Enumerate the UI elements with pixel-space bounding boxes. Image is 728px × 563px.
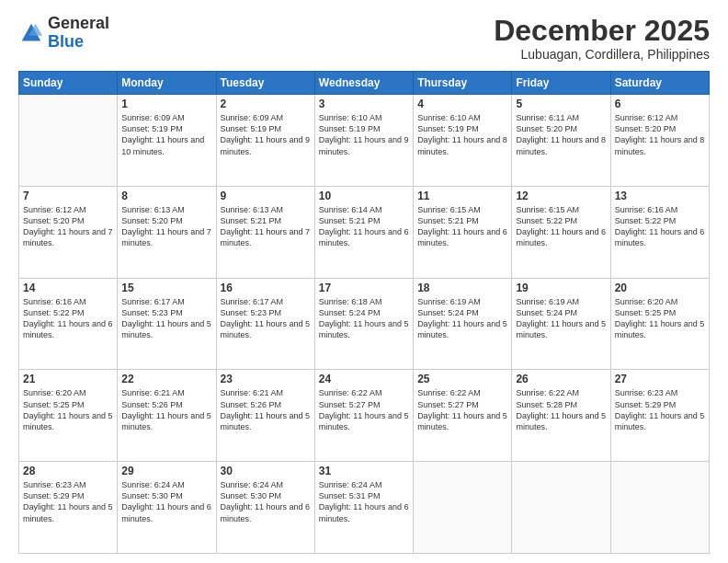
day-number: 15 bbox=[121, 282, 211, 294]
day-number: 5 bbox=[516, 98, 606, 110]
day-number: 20 bbox=[615, 282, 705, 294]
calendar-cell: 15Sunrise: 6:17 AMSunset: 5:23 PMDayligh… bbox=[118, 278, 216, 370]
day-header-sunday: Sunday bbox=[19, 72, 118, 95]
cell-info: Sunrise: 6:10 AMSunset: 5:19 PMDaylight:… bbox=[417, 112, 507, 157]
logo-icon bbox=[18, 20, 44, 46]
calendar-cell: 25Sunrise: 6:22 AMSunset: 5:27 PMDayligh… bbox=[414, 370, 512, 462]
cell-info: Sunrise: 6:20 AMSunset: 5:25 PMDaylight:… bbox=[23, 387, 113, 432]
calendar-cell bbox=[414, 462, 512, 554]
day-number: 26 bbox=[516, 373, 606, 385]
cell-info: Sunrise: 6:24 AMSunset: 5:30 PMDaylight:… bbox=[221, 479, 311, 524]
day-number: 14 bbox=[23, 282, 113, 294]
day-number: 31 bbox=[319, 465, 409, 477]
calendar-cell: 30Sunrise: 6:24 AMSunset: 5:30 PMDayligh… bbox=[216, 462, 314, 554]
cell-info: Sunrise: 6:12 AMSunset: 5:20 PMDaylight:… bbox=[615, 112, 705, 157]
day-number: 1 bbox=[121, 98, 211, 110]
cell-info: Sunrise: 6:15 AMSunset: 5:22 PMDaylight:… bbox=[516, 204, 606, 249]
day-number: 29 bbox=[121, 465, 211, 477]
calendar-cell: 8Sunrise: 6:13 AMSunset: 5:20 PMDaylight… bbox=[118, 186, 216, 278]
cell-info: Sunrise: 6:20 AMSunset: 5:25 PMDaylight:… bbox=[615, 296, 705, 341]
day-number: 9 bbox=[221, 190, 311, 202]
calendar-cell: 2Sunrise: 6:09 AMSunset: 5:19 PMDaylight… bbox=[216, 95, 314, 187]
cell-info: Sunrise: 6:13 AMSunset: 5:20 PMDaylight:… bbox=[121, 204, 211, 249]
calendar-cell: 6Sunrise: 6:12 AMSunset: 5:20 PMDaylight… bbox=[610, 95, 709, 187]
calendar-cell: 9Sunrise: 6:13 AMSunset: 5:21 PMDaylight… bbox=[216, 186, 314, 278]
calendar-cell: 20Sunrise: 6:20 AMSunset: 5:25 PMDayligh… bbox=[610, 278, 709, 370]
cell-info: Sunrise: 6:17 AMSunset: 5:23 PMDaylight:… bbox=[121, 296, 211, 341]
cell-info: Sunrise: 6:23 AMSunset: 5:29 PMDaylight:… bbox=[23, 479, 113, 524]
calendar-header-row: SundayMondayTuesdayWednesdayThursdayFrid… bbox=[19, 72, 710, 95]
day-number: 7 bbox=[23, 190, 113, 202]
cell-info: Sunrise: 6:10 AMSunset: 5:19 PMDaylight:… bbox=[319, 112, 409, 157]
day-number: 13 bbox=[615, 190, 705, 202]
cell-info: Sunrise: 6:15 AMSunset: 5:21 PMDaylight:… bbox=[417, 204, 507, 249]
cell-info: Sunrise: 6:19 AMSunset: 5:24 PMDaylight:… bbox=[516, 296, 606, 341]
cell-info: Sunrise: 6:12 AMSunset: 5:20 PMDaylight:… bbox=[23, 204, 113, 249]
calendar-cell: 11Sunrise: 6:15 AMSunset: 5:21 PMDayligh… bbox=[414, 186, 512, 278]
calendar-cell: 1Sunrise: 6:09 AMSunset: 5:19 PMDaylight… bbox=[118, 95, 216, 187]
calendar-cell: 17Sunrise: 6:18 AMSunset: 5:24 PMDayligh… bbox=[314, 278, 413, 370]
day-number: 12 bbox=[516, 190, 606, 202]
cell-info: Sunrise: 6:22 AMSunset: 5:28 PMDaylight:… bbox=[516, 387, 606, 432]
day-number: 28 bbox=[23, 465, 113, 477]
day-number: 30 bbox=[221, 465, 311, 477]
calendar-cell: 3Sunrise: 6:10 AMSunset: 5:19 PMDaylight… bbox=[314, 95, 413, 187]
cell-info: Sunrise: 6:21 AMSunset: 5:26 PMDaylight:… bbox=[121, 387, 211, 432]
calendar-cell: 18Sunrise: 6:19 AMSunset: 5:24 PMDayligh… bbox=[414, 278, 512, 370]
cell-info: Sunrise: 6:13 AMSunset: 5:21 PMDaylight:… bbox=[221, 204, 311, 249]
calendar-cell: 10Sunrise: 6:14 AMSunset: 5:21 PMDayligh… bbox=[314, 186, 413, 278]
calendar-cell: 21Sunrise: 6:20 AMSunset: 5:25 PMDayligh… bbox=[19, 370, 118, 462]
day-header-tuesday: Tuesday bbox=[216, 72, 314, 95]
day-number: 8 bbox=[121, 190, 211, 202]
calendar-cell: 26Sunrise: 6:22 AMSunset: 5:28 PMDayligh… bbox=[512, 370, 610, 462]
day-number: 16 bbox=[221, 282, 311, 294]
cell-info: Sunrise: 6:23 AMSunset: 5:29 PMDaylight:… bbox=[615, 387, 705, 432]
calendar-cell: 13Sunrise: 6:16 AMSunset: 5:22 PMDayligh… bbox=[610, 186, 709, 278]
day-header-thursday: Thursday bbox=[414, 72, 512, 95]
calendar-table: SundayMondayTuesdayWednesdayThursdayFrid… bbox=[18, 71, 710, 554]
title-area: December 2025 Lubuagan, Cordillera, Phil… bbox=[494, 15, 710, 62]
day-number: 25 bbox=[417, 373, 507, 385]
calendar-cell: 19Sunrise: 6:19 AMSunset: 5:24 PMDayligh… bbox=[512, 278, 610, 370]
cell-info: Sunrise: 6:24 AMSunset: 5:31 PMDaylight:… bbox=[319, 479, 409, 524]
cell-info: Sunrise: 6:16 AMSunset: 5:22 PMDaylight:… bbox=[23, 296, 113, 341]
calendar-week-row: 28Sunrise: 6:23 AMSunset: 5:29 PMDayligh… bbox=[19, 462, 710, 554]
calendar-cell: 7Sunrise: 6:12 AMSunset: 5:20 PMDaylight… bbox=[19, 186, 118, 278]
day-number: 22 bbox=[121, 373, 211, 385]
day-header-wednesday: Wednesday bbox=[314, 72, 413, 95]
cell-info: Sunrise: 6:14 AMSunset: 5:21 PMDaylight:… bbox=[319, 204, 409, 249]
calendar-cell: 29Sunrise: 6:24 AMSunset: 5:30 PMDayligh… bbox=[118, 462, 216, 554]
cell-info: Sunrise: 6:11 AMSunset: 5:20 PMDaylight:… bbox=[516, 112, 606, 157]
calendar-cell: 24Sunrise: 6:22 AMSunset: 5:27 PMDayligh… bbox=[314, 370, 413, 462]
calendar-cell bbox=[610, 462, 709, 554]
calendar-week-row: 21Sunrise: 6:20 AMSunset: 5:25 PMDayligh… bbox=[19, 370, 710, 462]
day-number: 21 bbox=[23, 373, 113, 385]
calendar-cell: 27Sunrise: 6:23 AMSunset: 5:29 PMDayligh… bbox=[610, 370, 709, 462]
day-number: 24 bbox=[319, 373, 409, 385]
day-number: 17 bbox=[319, 282, 409, 294]
cell-info: Sunrise: 6:21 AMSunset: 5:26 PMDaylight:… bbox=[221, 387, 311, 432]
calendar-cell: 12Sunrise: 6:15 AMSunset: 5:22 PMDayligh… bbox=[512, 186, 610, 278]
calendar-cell: 5Sunrise: 6:11 AMSunset: 5:20 PMDaylight… bbox=[512, 95, 610, 187]
page: General Blue December 2025 Lubuagan, Cor… bbox=[0, 0, 728, 563]
location: Lubuagan, Cordillera, Philippines bbox=[494, 47, 710, 62]
day-number: 27 bbox=[615, 373, 705, 385]
calendar-cell: 31Sunrise: 6:24 AMSunset: 5:31 PMDayligh… bbox=[314, 462, 413, 554]
day-number: 19 bbox=[516, 282, 606, 294]
calendar-cell: 16Sunrise: 6:17 AMSunset: 5:23 PMDayligh… bbox=[216, 278, 314, 370]
calendar-cell: 22Sunrise: 6:21 AMSunset: 5:26 PMDayligh… bbox=[118, 370, 216, 462]
calendar-cell bbox=[512, 462, 610, 554]
day-number: 18 bbox=[417, 282, 507, 294]
day-number: 23 bbox=[221, 373, 311, 385]
logo-general-text: General bbox=[48, 14, 109, 32]
cell-info: Sunrise: 6:24 AMSunset: 5:30 PMDaylight:… bbox=[121, 479, 211, 524]
cell-info: Sunrise: 6:22 AMSunset: 5:27 PMDaylight:… bbox=[417, 387, 507, 432]
calendar-week-row: 7Sunrise: 6:12 AMSunset: 5:20 PMDaylight… bbox=[19, 186, 710, 278]
calendar-cell: 23Sunrise: 6:21 AMSunset: 5:26 PMDayligh… bbox=[216, 370, 314, 462]
calendar-cell: 14Sunrise: 6:16 AMSunset: 5:22 PMDayligh… bbox=[19, 278, 118, 370]
cell-info: Sunrise: 6:16 AMSunset: 5:22 PMDaylight:… bbox=[615, 204, 705, 249]
calendar-week-row: 1Sunrise: 6:09 AMSunset: 5:19 PMDaylight… bbox=[19, 95, 710, 187]
day-number: 2 bbox=[221, 98, 311, 110]
calendar-cell bbox=[19, 95, 118, 187]
cell-info: Sunrise: 6:18 AMSunset: 5:24 PMDaylight:… bbox=[319, 296, 409, 341]
